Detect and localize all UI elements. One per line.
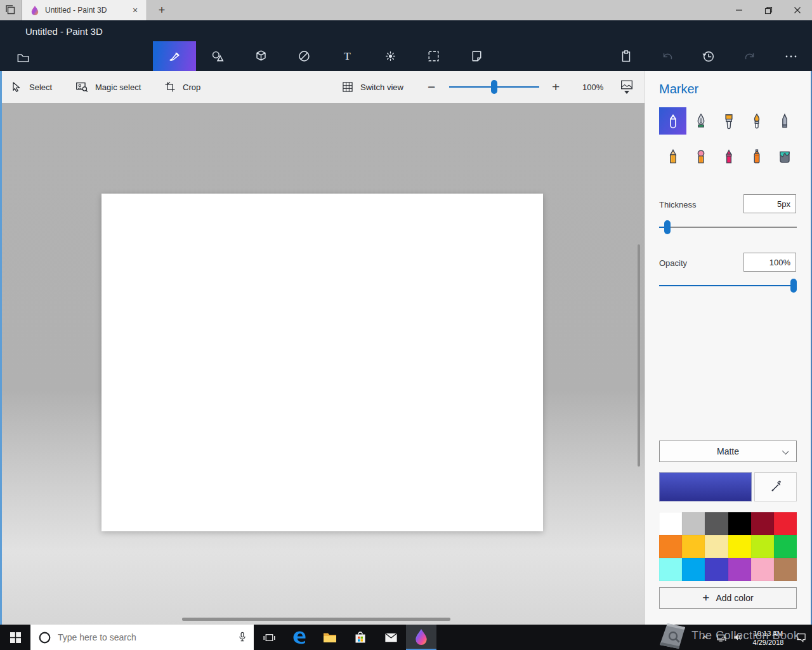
palette-swatch[interactable] bbox=[774, 512, 797, 535]
pencil-brush-button[interactable] bbox=[659, 143, 686, 170]
taskbar-clock[interactable]: 10:13 AM 4/29/2018 bbox=[746, 628, 790, 647]
taskbar-app-store[interactable] bbox=[345, 625, 376, 650]
canvas-tool-button[interactable] bbox=[412, 41, 455, 71]
palette-swatch[interactable] bbox=[728, 558, 751, 581]
watercolor-brush-button[interactable] bbox=[743, 107, 770, 135]
menu-button[interactable] bbox=[13, 48, 32, 67]
network-status-icon[interactable] bbox=[713, 625, 730, 650]
drawing-canvas[interactable] bbox=[102, 194, 543, 531]
history-button[interactable] bbox=[690, 41, 728, 71]
stickers-tool-button[interactable] bbox=[282, 41, 325, 71]
history-clock-icon bbox=[700, 48, 716, 64]
palette-swatch[interactable] bbox=[774, 558, 797, 581]
taskbar-app-edge[interactable] bbox=[284, 625, 315, 650]
select-button[interactable]: Select bbox=[10, 71, 52, 103]
palette-swatch[interactable] bbox=[705, 535, 728, 558]
palette-swatch[interactable] bbox=[682, 512, 705, 535]
palette-swatch[interactable] bbox=[659, 512, 682, 535]
undo-button[interactable] bbox=[648, 41, 686, 71]
palette-swatch[interactable] bbox=[705, 558, 728, 581]
calligraphy-pen-brush-button[interactable] bbox=[687, 107, 714, 135]
paint3d-taskbar-icon bbox=[414, 628, 429, 646]
restore-icon bbox=[764, 6, 773, 15]
palette-swatch[interactable] bbox=[682, 558, 705, 581]
fill-brush-button[interactable] bbox=[771, 143, 798, 170]
magic-select-button[interactable]: Magic select bbox=[75, 71, 141, 103]
taskbar-app-paint-3d[interactable] bbox=[406, 625, 436, 650]
more-menu-button[interactable] bbox=[772, 41, 810, 71]
redo-button[interactable] bbox=[731, 41, 769, 71]
current-color-swatch[interactable] bbox=[659, 472, 752, 501]
palette-swatch[interactable] bbox=[751, 512, 774, 535]
sets-previous-windows-button[interactable] bbox=[0, 0, 22, 20]
brushes-panel: Marker bbox=[645, 71, 812, 625]
crop-icon bbox=[164, 81, 176, 93]
taskbar-search-box[interactable] bbox=[30, 625, 254, 650]
palette-swatch[interactable] bbox=[751, 558, 774, 581]
palette-swatch[interactable] bbox=[728, 512, 751, 535]
paste-button[interactable] bbox=[607, 41, 645, 71]
horizontal-scrollbar[interactable] bbox=[182, 618, 450, 621]
task-view-button[interactable] bbox=[254, 625, 284, 650]
speaker-icon bbox=[732, 632, 743, 643]
show-hidden-icons-button[interactable] bbox=[697, 625, 713, 650]
material-dropdown[interactable]: Matte bbox=[659, 441, 797, 462]
zoom-slider-thumb[interactable] bbox=[491, 80, 497, 94]
calligraphy-pen-icon bbox=[692, 112, 710, 130]
eraser-brush-button[interactable] bbox=[687, 143, 714, 170]
opacity-slider[interactable] bbox=[659, 278, 797, 293]
oil-brush-icon bbox=[720, 112, 738, 130]
image-view-icon bbox=[620, 80, 633, 90]
add-color-button[interactable]: + Add color bbox=[659, 587, 797, 609]
3d-shapes-tool-button[interactable] bbox=[239, 41, 282, 71]
close-button[interactable] bbox=[783, 0, 812, 20]
fit-to-view-button[interactable] bbox=[620, 71, 633, 103]
taskbar-app-mail[interactable] bbox=[376, 625, 406, 650]
zoom-in-button[interactable]: + bbox=[552, 71, 560, 103]
new-tab-button[interactable]: + bbox=[147, 0, 176, 20]
cortana-icon bbox=[38, 631, 51, 644]
minimize-button[interactable] bbox=[724, 0, 754, 20]
oil-brush-button[interactable] bbox=[715, 107, 742, 135]
thickness-slider-track[interactable] bbox=[659, 227, 797, 228]
palette-swatch[interactable] bbox=[728, 535, 751, 558]
zoom-out-button[interactable]: − bbox=[428, 71, 435, 103]
taskbar: 10:13 AM 4/29/2018 bbox=[0, 625, 812, 650]
pixel-pen-brush-button[interactable] bbox=[771, 107, 798, 135]
2d-shapes-tool-button[interactable] bbox=[196, 41, 239, 71]
3d-library-tool-button[interactable] bbox=[455, 41, 498, 71]
opacity-slider-thumb[interactable] bbox=[790, 279, 797, 293]
zoom-slider[interactable] bbox=[449, 79, 539, 95]
thickness-slider[interactable] bbox=[659, 220, 797, 235]
volume-icon[interactable] bbox=[730, 625, 746, 650]
brushes-tool-button[interactable] bbox=[153, 41, 196, 71]
start-button[interactable] bbox=[0, 625, 30, 650]
thickness-input[interactable] bbox=[743, 194, 796, 213]
effects-tool-button[interactable] bbox=[369, 41, 412, 71]
palette-swatch[interactable] bbox=[682, 535, 705, 558]
opacity-input[interactable] bbox=[743, 253, 796, 272]
taskbar-app-file-explorer[interactable] bbox=[315, 625, 345, 650]
restore-button[interactable] bbox=[754, 0, 783, 20]
edge-icon bbox=[291, 629, 308, 646]
window-border-left bbox=[0, 71, 2, 625]
thickness-slider-thumb[interactable] bbox=[664, 220, 671, 234]
palette-swatch[interactable] bbox=[659, 535, 682, 558]
text-tool-button[interactable]: T bbox=[325, 41, 369, 71]
palette-swatch[interactable] bbox=[659, 558, 682, 581]
spray-can-brush-button[interactable] bbox=[743, 143, 770, 170]
palette-swatch[interactable] bbox=[774, 535, 797, 558]
switch-view-button[interactable]: Switch view bbox=[341, 71, 403, 103]
tab-untitled-paint3d[interactable]: Untitled - Paint 3D × bbox=[22, 0, 147, 20]
vertical-scrollbar[interactable] bbox=[638, 244, 640, 467]
palette-swatch[interactable] bbox=[751, 535, 774, 558]
search-input[interactable] bbox=[58, 632, 231, 642]
tab-close-icon[interactable]: × bbox=[129, 4, 141, 17]
palette-swatch[interactable] bbox=[705, 512, 728, 535]
close-icon bbox=[794, 6, 801, 14]
action-center-button[interactable] bbox=[790, 625, 812, 650]
crop-button[interactable]: Crop bbox=[164, 71, 200, 103]
eyedropper-button[interactable] bbox=[754, 472, 797, 501]
crayon-brush-button[interactable] bbox=[715, 143, 742, 170]
marker-brush-button[interactable] bbox=[659, 107, 686, 135]
